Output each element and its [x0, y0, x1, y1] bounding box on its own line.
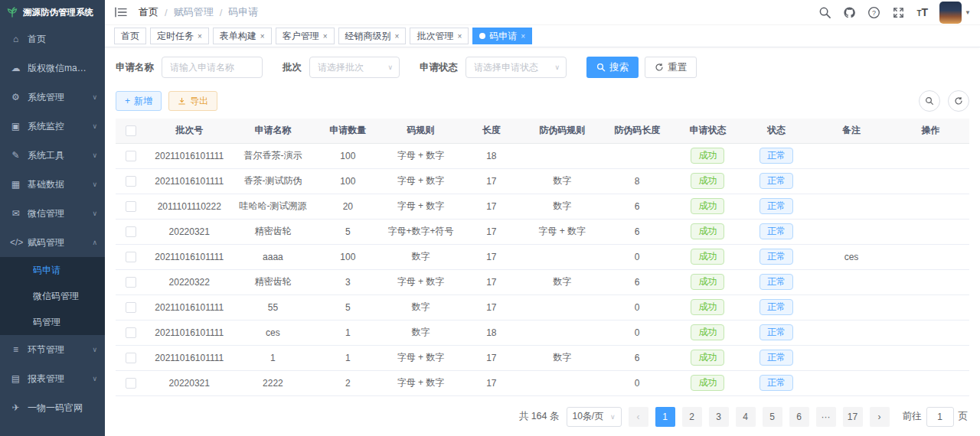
tab-批次管理[interactable]: 批次管理×: [410, 28, 469, 44]
page-button-3[interactable]: 3: [709, 407, 729, 427]
prev-page-button[interactable]: ‹: [629, 407, 648, 427]
tab-经销商级别[interactable]: 经销商级别×: [338, 28, 407, 44]
status-badge[interactable]: 正常: [760, 148, 793, 164]
status-badge[interactable]: 正常: [760, 173, 793, 189]
reset-button[interactable]: 重置: [645, 57, 697, 78]
cell-code-length: 17: [459, 219, 524, 244]
github-icon[interactable]: [843, 6, 856, 19]
row-checkbox[interactable]: [126, 378, 136, 389]
cell-apply-qty: 100: [314, 143, 383, 168]
cell-code-length: 17: [459, 294, 524, 320]
batch-select-placeholder: 请选择批次: [318, 61, 364, 74]
close-icon[interactable]: ×: [323, 32, 328, 41]
page-button-2[interactable]: 2: [682, 407, 702, 427]
status-badge[interactable]: 正常: [760, 223, 793, 239]
status-badge[interactable]: 正常: [760, 274, 793, 290]
close-icon[interactable]: ×: [260, 32, 265, 41]
row-checkbox[interactable]: [126, 252, 136, 262]
row-checkbox[interactable]: [126, 302, 136, 313]
plant-logo-icon: [6, 6, 18, 18]
tab-首页[interactable]: 首页: [114, 28, 146, 44]
batch-filter-select[interactable]: 请选择批次 ∨: [309, 57, 400, 78]
row-checkbox[interactable]: [126, 327, 136, 338]
submenu-item-微信码管理[interactable]: 微信码管理: [0, 283, 105, 309]
add-button[interactable]: + 新增: [116, 91, 162, 111]
submenu-item-码管理[interactable]: 码管理: [0, 309, 105, 335]
cell-apply-status: 成功: [674, 244, 743, 269]
tab-码申请[interactable]: 码申请×: [472, 28, 532, 44]
top-navbar: 首页 / 赋码管理 / 码申请 ?: [105, 0, 980, 25]
page-size-select[interactable]: 10条/页 ∨: [567, 407, 622, 427]
search-icon[interactable]: [818, 6, 831, 19]
breadcrumb-home[interactable]: 首页: [139, 5, 158, 19]
cell-anti-fake-length: 8: [601, 168, 674, 194]
applications-table: 批次号 申请名称 申请数量 码规则 长度 防伪码规则 防伪码长度 申请状态 状态…: [116, 119, 969, 396]
select-all-checkbox[interactable]: [126, 125, 136, 136]
status-badge[interactable]: 正常: [760, 299, 793, 315]
close-icon[interactable]: ×: [457, 32, 462, 41]
fullscreen-icon[interactable]: [892, 6, 905, 19]
sidebar-item-一物一码官网[interactable]: ✈一物一码官网: [0, 393, 105, 422]
search-button[interactable]: 搜索: [586, 57, 639, 78]
tab-label: 定时任务: [157, 30, 194, 43]
sidebar-item-报表管理[interactable]: ▤报表管理∨: [0, 364, 105, 393]
sidebar-item-系统监控[interactable]: ▣系统监控∨: [0, 112, 105, 141]
user-menu[interactable]: ▼: [939, 2, 971, 24]
help-icon[interactable]: ?: [867, 6, 880, 19]
col-header: 防伪码规则: [524, 119, 601, 143]
close-icon[interactable]: ×: [198, 32, 202, 41]
sidebar-item-首页[interactable]: ⌂首页: [0, 24, 105, 54]
row-checkbox[interactable]: [126, 176, 136, 187]
submenu-item-码申请[interactable]: 码申请: [0, 257, 105, 283]
sidebar-item-赋码管理[interactable]: </>赋码管理∧: [0, 228, 105, 257]
row-checkbox[interactable]: [126, 226, 136, 237]
page-button-6[interactable]: 6: [789, 407, 809, 427]
breadcrumb-section[interactable]: 赋码管理: [174, 5, 214, 19]
status-badge[interactable]: 正常: [760, 375, 793, 391]
row-checkbox[interactable]: [126, 277, 136, 288]
cell-actions: [892, 219, 969, 244]
cell-apply-status: 成功: [674, 219, 743, 244]
tab-label: 经销商级别: [345, 30, 391, 43]
row-checkbox[interactable]: [126, 353, 136, 363]
chevron-down-icon: ∨: [92, 181, 100, 188]
goto-page-input[interactable]: [926, 407, 954, 427]
sidebar-item-基础数据[interactable]: ▦基础数据∨: [0, 170, 105, 199]
close-icon[interactable]: ×: [395, 32, 400, 41]
status-badge[interactable]: 正常: [760, 350, 793, 366]
status-badge[interactable]: 正常: [760, 324, 793, 340]
sidebar-item-系统工具[interactable]: ✎系统工具∨: [0, 141, 105, 170]
refresh-table-button[interactable]: [948, 90, 969, 112]
status-badge[interactable]: 正常: [760, 249, 793, 265]
font-size-icon[interactable]: TT: [916, 6, 928, 18]
table-row: 20211016101111555数字170成功正常: [116, 294, 969, 320]
sidebar-item-版权微信mao-clouds[interactable]: ☁版权微信mao-clouds: [0, 54, 105, 83]
row-select-cell: [116, 294, 146, 320]
tab-客户管理[interactable]: 客户管理×: [276, 28, 335, 44]
row-checkbox[interactable]: [126, 201, 136, 212]
tab-表单构建[interactable]: 表单构建×: [213, 28, 272, 44]
page-button-17[interactable]: 17: [843, 407, 863, 427]
name-filter-input[interactable]: [162, 57, 263, 78]
sidebar-toggle-icon[interactable]: [114, 7, 128, 18]
monitor-icon: ▣: [10, 121, 21, 132]
toggle-search-button[interactable]: [919, 90, 940, 112]
page-button-5[interactable]: 5: [763, 407, 782, 427]
row-checkbox[interactable]: [126, 151, 136, 161]
sidebar-item-环节管理[interactable]: ≡环节管理∨: [0, 335, 105, 364]
sidebar-item-微信管理[interactable]: ✉微信管理∨: [0, 199, 105, 228]
apply-status-badge: 成功: [691, 148, 724, 164]
page-button-1[interactable]: 1: [655, 407, 675, 427]
cell-remark: [811, 219, 892, 244]
status-filter-select[interactable]: 请选择申请状态 ∨: [466, 57, 567, 78]
next-page-button[interactable]: ›: [870, 407, 890, 427]
status-badge[interactable]: 正常: [760, 198, 793, 214]
cell-remark: [811, 320, 892, 345]
tab-定时任务[interactable]: 定时任务×: [150, 28, 209, 44]
page-button-4[interactable]: 4: [736, 407, 756, 427]
table-header-row: 批次号 申请名称 申请数量 码规则 长度 防伪码规则 防伪码长度 申请状态 状态…: [116, 119, 969, 143]
avatar[interactable]: [939, 2, 962, 24]
export-button[interactable]: 导出: [168, 91, 217, 111]
close-icon[interactable]: ×: [521, 32, 525, 41]
sidebar-item-系统管理[interactable]: ⚙系统管理∨: [0, 83, 105, 112]
